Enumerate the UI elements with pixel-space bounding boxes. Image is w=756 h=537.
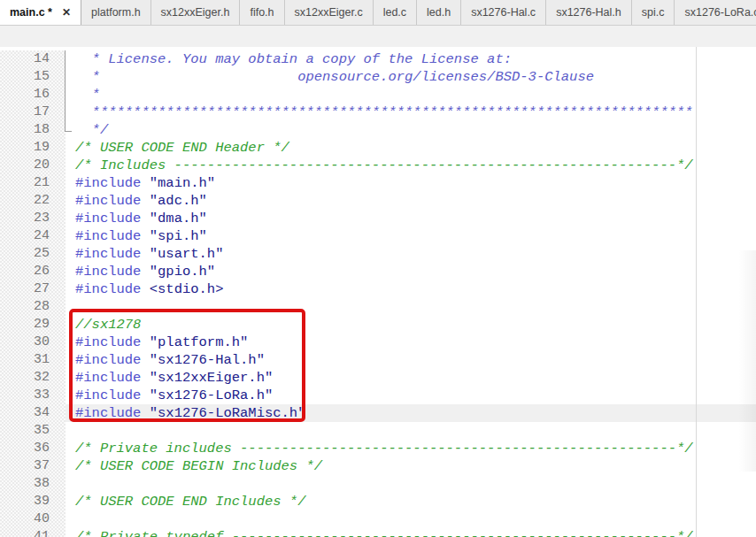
code-line-26[interactable]: 26#include "gpio.h" [0, 263, 756, 280]
code-line-33[interactable]: 33#include "sx1276-LoRa.h" [0, 387, 756, 404]
fold-indicator[interactable] [50, 104, 66, 121]
code-segment-plain [141, 228, 149, 244]
gutter: 36 [0, 440, 66, 457]
tab-led-c[interactable]: led.c [374, 0, 417, 25]
gutter: 18 [0, 121, 66, 139]
code-text [66, 298, 756, 316]
code-segment-plain [141, 352, 149, 368]
code-segment-dir: #include [75, 211, 141, 226]
code-text: /* Private typedef ---------------------… [66, 528, 756, 537]
tab-sx1276-hal-h[interactable]: sx1276-Hal.h [546, 0, 632, 25]
fold-column [50, 422, 66, 440]
code-line-16[interactable]: 16 * [0, 86, 756, 104]
code-line-30[interactable]: 30#include "platform.h" [0, 334, 756, 351]
line-number: 14 [0, 50, 50, 68]
tab-sx1276-lora-c[interactable]: sx1276-LoRa.c [675, 0, 756, 25]
code-segment-dir: #include [75, 405, 141, 421]
fold-indicator[interactable] [50, 50, 66, 68]
code-line-35[interactable]: 35 [0, 422, 756, 440]
fold-indicator[interactable] [50, 86, 66, 104]
fold-indicator[interactable] [50, 121, 66, 139]
tab-sx12xxeiger-c[interactable]: sx12xxEiger.c [285, 0, 374, 25]
tab-label: sx12xxEiger.c [295, 6, 363, 19]
gutter: 16 [0, 86, 66, 104]
gutter: 35 [0, 422, 66, 440]
fold-column [50, 174, 66, 192]
code-segment-dir: #include [75, 281, 141, 297]
code-text: #include "dma.h" [66, 210, 756, 227]
code-segment-dir: #include [75, 175, 141, 191]
code-line-37[interactable]: 37/* USER CODE BEGIN Includes */ [0, 457, 756, 475]
tab-sx12xxeiger-h[interactable]: sx12xxEiger.h [151, 0, 241, 25]
code-line-22[interactable]: 22#include "adc.h" [0, 192, 756, 210]
code-line-40[interactable]: 40 [0, 510, 756, 528]
code-text: #include "sx1276-LoRaMisc.h" [66, 404, 756, 422]
tab-main-c[interactable]: main.c *✕ [0, 0, 81, 25]
code-segment-str: "sx1276-LoRa.h" [150, 387, 274, 403]
gutter: 32 [0, 369, 66, 387]
code-line-24[interactable]: 24#include "spi.h" [0, 227, 756, 245]
fold-indicator[interactable] [50, 68, 66, 86]
fold-column [50, 157, 66, 174]
tab-platform-h[interactable]: platform.h [81, 0, 151, 25]
gutter: 14 [0, 50, 66, 68]
code-line-14[interactable]: 14 * License. You may obtain a copy of t… [0, 50, 756, 68]
editor-tab-bar: main.c *✕platform.hsx12xxEiger.hfifo.hsx… [0, 0, 756, 26]
code-line-19[interactable]: 19/* USER CODE END Header */ [0, 139, 756, 157]
tab-sx1276-hal-c[interactable]: sx1276-Hal.c [461, 0, 546, 25]
code-line-15[interactable]: 15 * opensource.org/licenses/BSD-3-Claus… [0, 68, 756, 86]
code-line-23[interactable]: 23#include "dma.h" [0, 210, 756, 227]
code-segment-doc: * opensource.org/licenses/BSD-3-Clause [75, 69, 594, 85]
gutter: 38 [0, 475, 66, 493]
code-line-39[interactable]: 39/* USER CODE END Includes */ [0, 493, 756, 510]
code-line-32[interactable]: 32#include "sx12xxEiger.h" [0, 369, 756, 387]
code-line-18[interactable]: 18 */ [0, 121, 756, 139]
code-line-29[interactable]: 29//sx1278 [0, 316, 756, 334]
tab-label: platform.h [91, 6, 141, 19]
code-line-20[interactable]: 20/* Includes --------------------------… [0, 157, 756, 174]
line-number: 29 [0, 316, 50, 334]
line-number: 31 [0, 351, 50, 369]
gutter: 24 [0, 227, 66, 245]
code-text [66, 510, 756, 528]
code-line-25[interactable]: 25#include "usart.h" [0, 245, 756, 263]
code-text: /* USER CODE END Includes */ [66, 493, 756, 510]
code-text: #include "usart.h" [66, 245, 756, 263]
code-line-31[interactable]: 31#include "sx1276-Hal.h" [0, 351, 756, 369]
code-line-28[interactable]: 28 [0, 298, 756, 316]
gutter: 26 [0, 263, 66, 280]
fold-column [50, 369, 66, 387]
tab-led-h[interactable]: led.h [417, 0, 461, 25]
code-segment-str: "platform.h" [150, 334, 249, 350]
code-segment-dir: #include [75, 246, 141, 262]
code-text: #include "sx12xxEiger.h" [66, 369, 756, 387]
tab-label: spi.c [642, 6, 665, 19]
code-segment-str: "main.h" [150, 175, 215, 191]
code-segment-str: "sx1276-LoRaMisc.h" [150, 405, 306, 421]
code-line-17[interactable]: 17 *************************************… [0, 104, 756, 121]
code-text: #include "sx1276-LoRa.h" [66, 387, 756, 404]
code-segment-dir: #include [75, 370, 141, 386]
code-text: * License. You may obtain a copy of the … [66, 50, 756, 68]
code-text: #include "sx1276-Hal.h" [66, 351, 756, 369]
code-line-27[interactable]: 27#include <stdio.h> [0, 280, 756, 298]
tab-label: sx1276-Hal.c [471, 6, 536, 19]
code-segment-doc: ****************************************… [75, 104, 693, 120]
code-line-36[interactable]: 36/* Private includes ------------------… [0, 440, 756, 457]
fold-column [50, 493, 66, 510]
code-line-21[interactable]: 21#include "main.h" [0, 174, 756, 192]
code-editor[interactable]: 14 * License. You may obtain a copy of t… [0, 47, 756, 537]
code-segment-dir: #include [75, 228, 141, 244]
tab-spi-c[interactable]: spi.c [632, 0, 675, 25]
code-line-38[interactable]: 38 [0, 475, 756, 493]
code-line-34[interactable]: 34#include "sx1276-LoRaMisc.h" [0, 404, 756, 422]
gutter: 39 [0, 493, 66, 510]
close-icon[interactable]: ✕ [62, 7, 71, 18]
gutter: 22 [0, 192, 66, 210]
fold-column [50, 210, 66, 227]
tab-label: led.h [427, 6, 451, 19]
tab-fifo-h[interactable]: fifo.h [240, 0, 284, 25]
code-line-41[interactable]: 41/* Private typedef -------------------… [0, 528, 756, 537]
code-segment-doc: * License. You may obtain a copy of the … [75, 51, 512, 67]
gutter: 30 [0, 334, 66, 351]
